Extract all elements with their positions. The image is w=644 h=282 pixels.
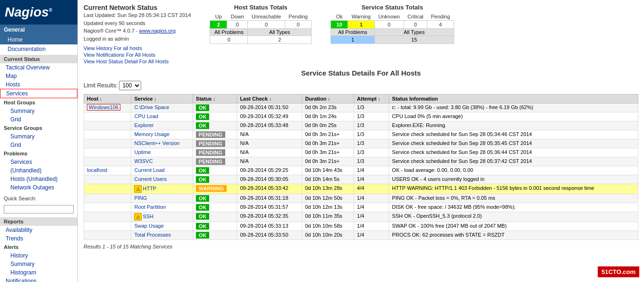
limit-select[interactable]: 100 50 25 xyxy=(119,81,141,90)
service-link[interactable]: W3SVC xyxy=(134,158,153,164)
cell-host xyxy=(84,203,131,212)
cell-service: Current Users xyxy=(131,175,193,184)
status-badge: OK xyxy=(196,176,210,183)
sidebar-item-map[interactable]: Map xyxy=(0,72,77,80)
service-link[interactable]: Uptime xyxy=(134,149,151,155)
host-down-value[interactable]: 0 xyxy=(227,21,248,29)
status-badge: OK xyxy=(196,195,210,202)
logged-in: Logged in as admin xyxy=(84,35,191,43)
cell-lastcheck: N/A xyxy=(237,130,302,139)
sidebar-doc-link[interactable]: Documentation xyxy=(0,44,77,54)
sidebar-item-prob-unhandled[interactable]: (Unhandled) xyxy=(0,166,77,175)
col-lastcheck[interactable]: Last Check ↕ xyxy=(237,94,302,103)
cell-status: PENDING xyxy=(193,148,237,157)
service-link[interactable]: HTTP xyxy=(143,186,156,191)
service-link[interactable]: CPU Load xyxy=(134,113,158,119)
host-link[interactable]: Windows106 xyxy=(87,104,120,111)
sidebar-item-tactical[interactable]: Tactical Overview xyxy=(0,63,77,72)
cell-info: HTTP WARNING: HTTP/1.1 403 Forbidden - 5… xyxy=(389,184,638,194)
service-link[interactable]: Current Load xyxy=(134,167,164,173)
view-notifications-link[interactable]: View Notifications For All Hosts xyxy=(84,52,191,58)
host-status-totals: Host Status Totals Up Down Unreachable P… xyxy=(210,4,312,64)
service-sort-icon: ↕ xyxy=(154,97,157,102)
sidebar-item-services[interactable]: Services xyxy=(0,89,77,98)
host-down-header: Down xyxy=(227,13,248,21)
cell-host: localhost xyxy=(84,166,131,175)
main-content: Current Network Status Last Updated: Sun… xyxy=(78,0,644,282)
service-link[interactable]: NSClient++ Version xyxy=(134,140,179,146)
host-up-value[interactable]: 2 xyxy=(210,21,227,29)
sidebar-item-alerts-summary[interactable]: Summary xyxy=(0,260,77,268)
cell-status: OK xyxy=(193,121,237,130)
view-host-status-link[interactable]: View Host Status Detail For All Hosts xyxy=(84,59,191,64)
svc-critical-value[interactable]: 0 xyxy=(404,21,427,29)
nagios-url-link[interactable]: www.nagios.org xyxy=(139,28,176,34)
cell-info: SSH OK - OpenSSH_5.3 (protocol 2.0) xyxy=(389,212,638,222)
sidebar-item-hosts[interactable]: Hosts xyxy=(0,80,77,89)
svc-pending-value[interactable]: 4 xyxy=(427,21,454,29)
sidebar: Nagios® General Home Documentation Curre… xyxy=(0,0,78,282)
service-table: Host ↕ Service ↕ Status ↕ Last Check ↕ D… xyxy=(84,94,638,240)
host-link[interactable]: localhost xyxy=(87,167,107,173)
col-status[interactable]: Status ↕ xyxy=(193,94,237,103)
general-label: General xyxy=(4,26,25,33)
svc-all-problems-value[interactable]: 1 xyxy=(331,36,375,44)
service-link[interactable]: Current Users xyxy=(134,176,166,182)
cell-status: PENDING xyxy=(193,157,237,166)
cell-info: Service check scheduled for Sun Sep 28 0… xyxy=(389,130,638,139)
col-host[interactable]: Host ↕ xyxy=(84,94,131,103)
service-link[interactable]: C:\Drive Space xyxy=(134,104,169,110)
cell-info: CPU Load 0% (5 min average) xyxy=(389,112,638,121)
svc-unknown-value[interactable]: 0 xyxy=(374,21,404,29)
cell-lastcheck: 09-28-2014 05:32:35 xyxy=(237,212,302,222)
cell-duration: 0d 10h 10m 20s xyxy=(302,231,354,240)
service-link[interactable]: Root Partition xyxy=(134,204,166,210)
service-link[interactable]: PING xyxy=(134,195,147,201)
service-link[interactable]: Memory Usage xyxy=(134,131,169,137)
col-attempt[interactable]: Attempt ↕ xyxy=(354,94,389,103)
cell-attempt: 1/3 xyxy=(354,157,389,166)
cell-status: PENDING xyxy=(193,130,237,139)
cell-info: PING OK - Packet loss = 0%, RTA = 0.05 m… xyxy=(389,194,638,203)
results-footer-text: Results 1 - 15 of 15 Matching Services xyxy=(84,244,172,249)
cell-attempt: 1/4 xyxy=(354,194,389,203)
sidebar-item-histogram[interactable]: Histogram xyxy=(0,268,77,277)
quick-search-input[interactable] xyxy=(4,205,74,214)
limit-row: Limit Results: 100 50 25 xyxy=(84,81,638,90)
status-badge: OK xyxy=(196,104,210,111)
cell-status: OK xyxy=(193,103,237,112)
service-link[interactable]: Swap Usage xyxy=(134,223,163,229)
sidebar-item-sg-summary[interactable]: Summary xyxy=(0,132,77,141)
sidebar-item-history[interactable]: History xyxy=(0,251,77,260)
service-link[interactable]: SSH xyxy=(143,214,153,219)
cell-info: USERS OK - 4 users currently logged in xyxy=(389,175,638,184)
sidebar-item-hosts-unhandled[interactable]: Hosts (Unhandled) xyxy=(0,175,77,183)
sidebar-item-availability[interactable]: Availability xyxy=(0,226,77,234)
view-history-link[interactable]: View History For all hosts xyxy=(84,45,191,51)
current-status-label: Current Status xyxy=(4,56,40,62)
svc-warning-value[interactable]: 1 xyxy=(348,21,375,29)
sidebar-item-trends[interactable]: Trends xyxy=(0,234,77,243)
svc-all-types-value[interactable]: 15 xyxy=(374,36,454,44)
host-all-problems-value[interactable]: 0 xyxy=(210,36,248,44)
col-service[interactable]: Service ↕ xyxy=(131,94,193,103)
service-link[interactable]: Explorer xyxy=(134,122,153,128)
cell-duration: 0d 10h 12m 50s xyxy=(302,194,354,203)
host-unreachable-value[interactable]: 0 xyxy=(248,21,285,29)
results-footer: Results 1 - 15 of 15 Matching Services xyxy=(84,244,638,249)
svc-ok-value[interactable]: 10 xyxy=(331,21,348,29)
service-link[interactable]: Total Processes xyxy=(134,232,171,238)
sidebar-item-network-outages[interactable]: Network Outages xyxy=(0,183,77,192)
sidebar-item-notifications[interactable]: Notifications xyxy=(0,277,77,282)
sidebar-item-prob-services[interactable]: Services xyxy=(0,158,77,166)
sidebar-item-sg-grid[interactable]: Grid xyxy=(0,141,77,149)
host-pending-value[interactable]: 0 xyxy=(285,21,311,29)
duration-sort-icon: ↕ xyxy=(328,97,330,102)
sidebar-home-link[interactable]: Home xyxy=(0,35,77,44)
sidebar-item-hg-summary[interactable]: Summary xyxy=(0,107,77,115)
host-all-types-value[interactable]: 2 xyxy=(248,36,312,44)
col-duration[interactable]: Duration ↕ xyxy=(302,94,354,103)
sidebar-item-hg-grid[interactable]: Grid xyxy=(0,115,77,124)
status-badge: OK xyxy=(196,167,210,174)
table-row: ExplorerOK09-28-2014 05:33:480d 0h 0m 25… xyxy=(84,121,638,130)
